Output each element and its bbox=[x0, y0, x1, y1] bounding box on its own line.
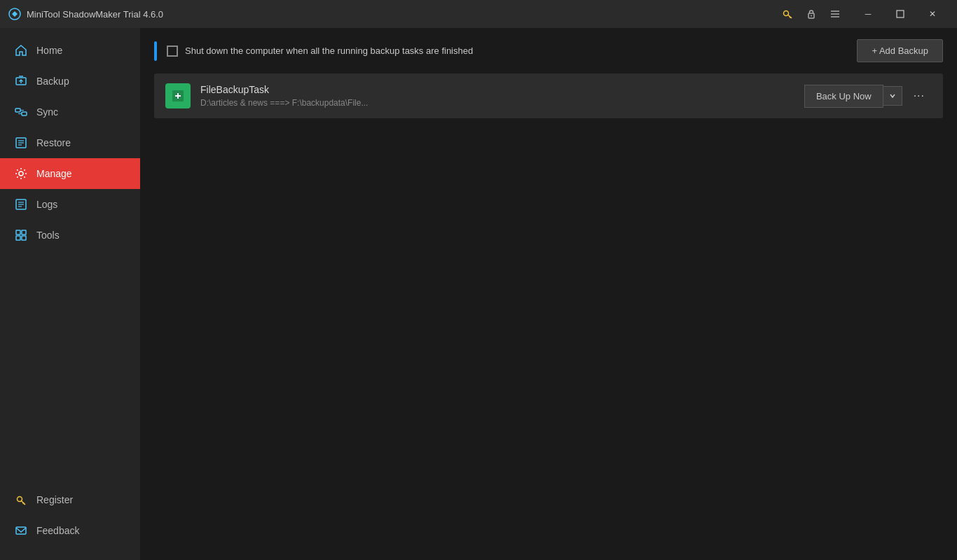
content-top-bar: Shut down the computer when all the runn… bbox=[140, 28, 957, 74]
sidebar: Home Backup bbox=[0, 28, 140, 560]
task-actions: Back Up Now ··· bbox=[804, 84, 932, 108]
tools-icon bbox=[14, 228, 28, 242]
feedback-envelope-icon bbox=[14, 524, 28, 538]
key-icon-btn[interactable] bbox=[778, 4, 797, 24]
sync-icon bbox=[14, 105, 28, 119]
table-row: FileBackupTask D:\articles & news ===> F… bbox=[154, 74, 943, 118]
svg-point-6 bbox=[811, 15, 812, 17]
register-key-icon bbox=[14, 493, 28, 507]
tasks-list: FileBackupTask D:\articles & news ===> F… bbox=[140, 74, 957, 560]
svg-rect-24 bbox=[16, 230, 20, 234]
sidebar-item-tools[interactable]: Tools bbox=[0, 220, 140, 251]
shutdown-indicator bbox=[154, 41, 157, 61]
sidebar-item-feedback[interactable]: Feedback bbox=[0, 515, 140, 546]
task-name: FileBackupTask bbox=[200, 84, 804, 95]
sidebar-item-backup[interactable]: Backup bbox=[0, 66, 140, 97]
home-icon bbox=[14, 43, 28, 57]
backup-icon bbox=[14, 74, 28, 88]
close-button[interactable]: ✕ bbox=[916, 0, 949, 28]
sidebar-item-logs[interactable]: Logs bbox=[0, 189, 140, 220]
sidebar-bottom: Register Feedback bbox=[0, 484, 140, 560]
window-controls: ─ ✕ bbox=[852, 0, 949, 28]
task-info: FileBackupTask D:\articles & news ===> F… bbox=[200, 84, 804, 108]
title-controls bbox=[778, 4, 845, 24]
sidebar-item-sync[interactable]: Sync bbox=[0, 97, 140, 127]
more-options-button[interactable]: ··· bbox=[907, 84, 932, 108]
main-layout: Home Backup bbox=[0, 28, 957, 560]
svg-rect-27 bbox=[22, 236, 26, 240]
manage-icon bbox=[14, 167, 28, 181]
logs-icon bbox=[14, 197, 28, 211]
lock-icon-btn[interactable] bbox=[801, 4, 821, 24]
restore-button[interactable] bbox=[884, 0, 916, 28]
sidebar-item-manage[interactable]: Manage bbox=[0, 158, 140, 189]
backup-dropdown-button[interactable] bbox=[883, 86, 902, 106]
sidebar-item-home[interactable]: Home bbox=[0, 35, 140, 66]
app-logo bbox=[8, 8, 21, 20]
sidebar-item-register[interactable]: Register bbox=[0, 484, 140, 515]
minimize-button[interactable]: ─ bbox=[852, 0, 884, 28]
svg-rect-13 bbox=[15, 108, 20, 112]
menu-icon-btn[interactable] bbox=[825, 4, 845, 24]
svg-rect-10 bbox=[897, 10, 904, 18]
svg-rect-26 bbox=[16, 236, 20, 240]
svg-rect-14 bbox=[22, 112, 27, 115]
add-backup-button[interactable]: + Add Backup bbox=[857, 39, 943, 62]
content-area: Shut down the computer when all the runn… bbox=[140, 28, 957, 560]
svg-point-28 bbox=[18, 497, 22, 502]
sidebar-nav: Home Backup bbox=[0, 28, 140, 484]
restore-icon bbox=[14, 136, 28, 150]
shutdown-option: Shut down the computer when all the runn… bbox=[154, 41, 473, 61]
svg-point-1 bbox=[784, 11, 789, 16]
app-title: MiniTool ShadowMaker Trial 4.6.0 bbox=[27, 9, 778, 20]
shutdown-label: Shut down the computer when all the runn… bbox=[185, 46, 473, 56]
title-bar: MiniTool ShadowMaker Trial 4.6.0 bbox=[0, 0, 957, 28]
svg-point-19 bbox=[19, 172, 23, 176]
backup-now-button[interactable]: Back Up Now bbox=[804, 85, 883, 108]
task-type-icon bbox=[165, 83, 191, 108]
svg-rect-25 bbox=[22, 230, 26, 234]
sidebar-item-restore[interactable]: Restore bbox=[0, 127, 140, 158]
task-path: D:\articles & news ===> F:\backupdata\Fi… bbox=[200, 98, 804, 108]
svg-rect-32 bbox=[16, 527, 26, 534]
shutdown-checkbox[interactable] bbox=[167, 46, 178, 57]
